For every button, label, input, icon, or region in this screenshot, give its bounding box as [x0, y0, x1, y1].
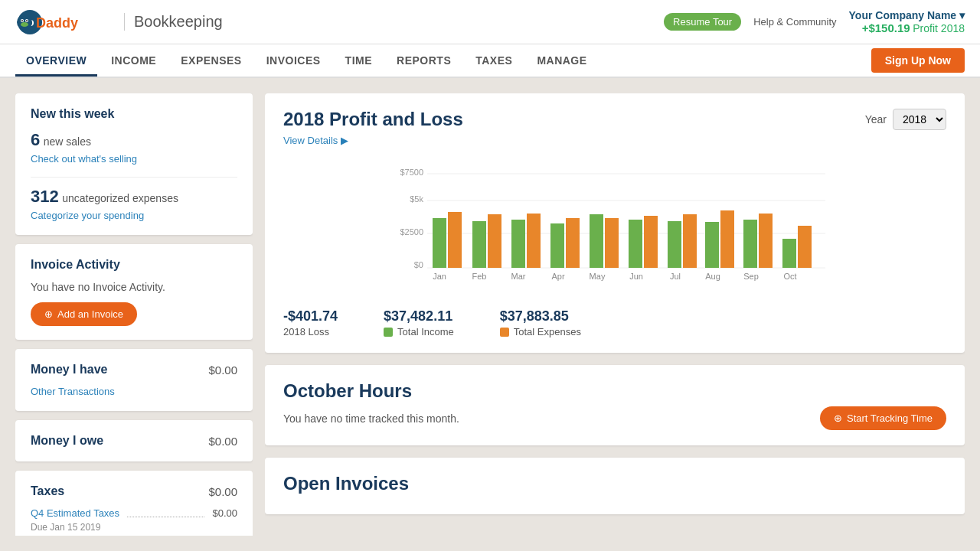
- svg-rect-20: [488, 214, 501, 268]
- nav-taxes[interactable]: TAXES: [465, 47, 523, 74]
- svg-text:Feb: Feb: [472, 272, 487, 281]
- logo-area: Go Daddy Bookkeeping: [15, 8, 223, 37]
- right-content: 2018 Profit and Loss View Details ▶ Year…: [265, 93, 965, 536]
- clock-icon: ⊕: [834, 412, 842, 424]
- svg-text:Apr: Apr: [551, 272, 564, 281]
- hours-content: You have no time tracked this month. ⊕ S…: [283, 406, 946, 430]
- money-owe-card: Money I owe $0.00: [15, 420, 253, 461]
- profit-amount: +$150.19: [862, 21, 910, 34]
- nav-manage[interactable]: MANAGE: [526, 47, 597, 74]
- svg-text:$7500: $7500: [400, 168, 423, 177]
- view-details-link[interactable]: View Details ▶: [283, 135, 463, 146]
- svg-rect-31: [705, 222, 719, 268]
- nav-overview[interactable]: OVERVIEW: [15, 47, 97, 77]
- uncategorized-section: 312 uncategorized expenses Categorize yo…: [31, 187, 237, 221]
- svg-text:May: May: [590, 272, 606, 281]
- top-right: Resume Tour Help & Community Your Compan…: [664, 9, 965, 34]
- loss-value: -$401.74: [283, 308, 338, 324]
- income-stat: $37,482.11 Total Income: [384, 308, 454, 337]
- svg-rect-23: [550, 223, 564, 268]
- expenses-label: Total Expenses: [500, 326, 581, 337]
- svg-text:Jun: Jun: [629, 272, 643, 281]
- nav-bar: OVERVIEW INCOME EXPENSES INVOICES TIME R…: [0, 44, 980, 78]
- svg-text:Jul: Jul: [670, 272, 681, 281]
- svg-rect-34: [759, 214, 773, 268]
- year-label: Year: [865, 113, 887, 126]
- svg-point-8: [26, 20, 28, 21]
- q4-tax-amount: $0.00: [212, 507, 237, 519]
- money-have-header: Money I have $0.00: [31, 363, 237, 377]
- svg-rect-33: [743, 220, 757, 268]
- main-content: New this week 6 new sales Check out what…: [0, 78, 980, 551]
- profit-label: Profit 2018: [913, 22, 965, 34]
- chart-container: $7500 $5k $2500 $0: [283, 166, 946, 299]
- income-value: $37,482.11: [384, 308, 454, 324]
- company-area: Your Company Name ▾ +$150.19 Profit 2018: [849, 9, 965, 34]
- check-selling-link[interactable]: Check out what's selling: [31, 153, 237, 165]
- tax-dots: [127, 510, 204, 517]
- svg-rect-28: [644, 216, 658, 268]
- add-invoice-label: Add an Invoice: [57, 308, 123, 320]
- profit-loss-chart: $7500 $5k $2500 $0: [283, 166, 946, 296]
- svg-rect-27: [629, 220, 642, 268]
- svg-point-4: [21, 22, 28, 27]
- signup-button[interactable]: Sign Up Now: [871, 48, 965, 73]
- profit-line: +$150.19 Profit 2018: [849, 21, 965, 34]
- expenses-value: $37,883.85: [500, 308, 581, 324]
- money-have-title: Money I have: [31, 363, 107, 377]
- nav-reports[interactable]: REPORTS: [386, 47, 462, 74]
- open-invoices-card: Open Invoices: [265, 458, 965, 514]
- profit-loss-title: 2018 Profit and Loss: [283, 109, 463, 130]
- nav-time[interactable]: TIME: [335, 47, 383, 74]
- start-tracking-button[interactable]: ⊕ Start Tracking Time: [820, 406, 946, 430]
- open-invoices-title: Open Invoices: [283, 473, 946, 494]
- invoice-activity-text: You have no Invoice Activity.: [31, 281, 237, 293]
- nav-income[interactable]: INCOME: [100, 47, 167, 74]
- svg-rect-30: [683, 214, 697, 268]
- svg-rect-21: [511, 220, 525, 268]
- nav-expenses[interactable]: EXPENSES: [170, 47, 252, 74]
- q4-tax-row: Q4 Estimated Taxes $0.00: [31, 507, 237, 519]
- svg-rect-32: [720, 210, 734, 268]
- sales-count: 6: [31, 130, 40, 149]
- svg-rect-29: [668, 221, 681, 268]
- invoice-activity-title: Invoice Activity: [31, 258, 237, 272]
- add-invoice-button[interactable]: ⊕ Add an Invoice: [31, 302, 137, 326]
- income-legend-dot: [384, 328, 393, 337]
- svg-rect-17: [433, 218, 446, 268]
- svg-text:$5k: $5k: [410, 194, 423, 204]
- income-label: Total Income: [384, 326, 454, 337]
- svg-point-7: [21, 20, 23, 21]
- svg-rect-35: [782, 239, 796, 268]
- money-have-card: Money I have $0.00 Other Transactions: [15, 349, 253, 411]
- svg-rect-26: [605, 218, 619, 268]
- svg-rect-22: [527, 214, 541, 268]
- other-transactions-link[interactable]: Other Transactions: [31, 386, 237, 397]
- svg-rect-19: [472, 221, 486, 268]
- taxes-title: Taxes: [31, 484, 64, 498]
- new-this-week-card: New this week 6 new sales Check out what…: [15, 93, 253, 235]
- taxes-header: Taxes $0.00: [31, 484, 237, 498]
- help-community-link[interactable]: Help & Community: [753, 16, 836, 28]
- categorize-link[interactable]: Categorize your spending: [31, 210, 237, 221]
- money-have-amount: $0.00: [208, 364, 237, 377]
- taxes-card: Taxes $0.00 Q4 Estimated Taxes $0.00 Due…: [15, 471, 253, 536]
- taxes-amount: $0.00: [208, 485, 237, 498]
- top-bar: Go Daddy Bookkeeping Resume Tour Help & …: [0, 0, 980, 44]
- loss-label: 2018 Loss: [283, 326, 338, 337]
- year-select[interactable]: 2018 2017 2016: [893, 109, 946, 130]
- loss-stat: -$401.74 2018 Loss: [283, 308, 338, 337]
- svg-text:Aug: Aug: [705, 272, 720, 281]
- company-name: Your Company Name ▾: [849, 9, 965, 21]
- nav-invoices[interactable]: INVOICES: [256, 47, 332, 74]
- svg-text:Daddy: Daddy: [36, 15, 78, 31]
- sales-section: 6 new sales Check out what's selling: [31, 130, 237, 165]
- q4-tax-name[interactable]: Q4 Estimated Taxes: [31, 507, 119, 519]
- app-name: Bookkeeping: [124, 13, 223, 31]
- svg-text:Jan: Jan: [433, 272, 446, 281]
- october-hours-card: October Hours You have no time tracked t…: [265, 365, 965, 445]
- chart-stats: -$401.74 2018 Loss $37,482.11 Total Inco…: [283, 308, 946, 337]
- svg-rect-25: [590, 214, 603, 268]
- year-selector: Year 2018 2017 2016: [865, 109, 946, 130]
- resume-tour-button[interactable]: Resume Tour: [664, 13, 741, 31]
